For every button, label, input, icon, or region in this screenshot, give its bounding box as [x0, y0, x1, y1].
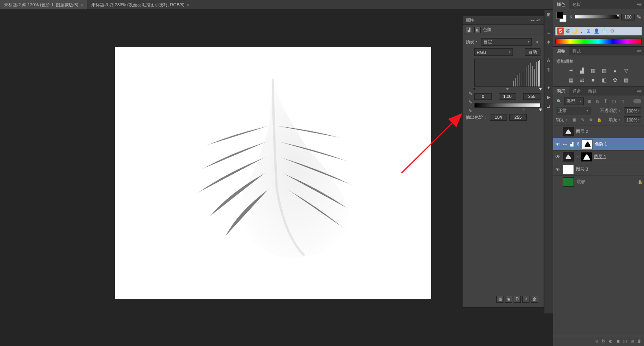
panel-menu-icon[interactable]: ▾≡	[536, 18, 540, 22]
output-gradient[interactable]	[474, 103, 540, 108]
output-high-field[interactable]: 255	[509, 114, 527, 121]
white-point-eyedropper-icon[interactable]: ✎	[468, 108, 475, 114]
new-adjustment-icon[interactable]: ◼	[615, 338, 621, 344]
clip-icon[interactable]: ▥	[496, 296, 503, 303]
mask-thumbnail[interactable]	[581, 152, 592, 162]
curves-icon[interactable]: ▨	[589, 67, 597, 74]
reset-icon[interactable]: Ð	[514, 296, 521, 303]
color-lookup-icon[interactable]: ✿	[611, 76, 619, 83]
k-value-field[interactable]: 100	[621, 14, 635, 20]
mask-thumbnail[interactable]	[582, 140, 593, 149]
keyboard-icon[interactable]: ⊞	[585, 28, 592, 34]
layer-row[interactable]: 背景 🔒	[553, 176, 644, 188]
black-slider[interactable]	[473, 88, 476, 90]
layer-thumbnail[interactable]	[563, 165, 574, 174]
channel-mixer-icon[interactable]: ◧	[600, 76, 608, 83]
mask-icon[interactable]: ◧	[474, 27, 481, 33]
user-icon[interactable]: 👤	[593, 28, 600, 34]
gray-point-eyedropper-icon[interactable]: ✎	[468, 99, 475, 106]
paragraph-panel-icon[interactable]: ¶	[546, 66, 552, 73]
lock-all-icon[interactable]: 🔒	[596, 117, 602, 123]
gear-icon[interactable]: ⚙	[609, 28, 615, 34]
smart-filter-icon[interactable]: ◫	[619, 98, 625, 104]
add-mask-icon[interactable]: ◐	[608, 338, 614, 344]
filter-kind-select[interactable]: 类型▾	[564, 98, 584, 105]
panel-icon[interactable]: ▶	[546, 94, 552, 100]
preset-select[interactable]: 自定 ▾	[481, 38, 532, 46]
visibility-toggle[interactable]	[555, 179, 561, 185]
k-slider[interactable]	[575, 15, 619, 19]
output-high-slider[interactable]	[539, 109, 542, 111]
ime-comma[interactable]: ，	[579, 28, 584, 34]
opacity-field[interactable]: 100%▾	[624, 107, 641, 114]
panel-icon[interactable]: ⇄	[546, 103, 552, 110]
auto-button[interactable]: 自动	[525, 48, 540, 56]
vibrance-icon[interactable]: ▲	[611, 67, 619, 74]
photo-filter-icon[interactable]: ■	[589, 76, 597, 83]
channel-select[interactable]: RGB ▾	[474, 48, 513, 56]
collapse-icon[interactable]: ▸▸	[531, 18, 535, 22]
layer-thumbnail[interactable]	[563, 177, 574, 187]
link-icon[interactable]: 8	[576, 154, 579, 160]
document-tab[interactable]: 未标题-2 @ 120% (色阶 1, 图层蒙版/8) ×	[0, 0, 87, 9]
input-sliders[interactable]	[474, 88, 540, 91]
white-slider[interactable]	[539, 88, 542, 90]
type-filter-icon[interactable]: T	[603, 98, 609, 104]
pixel-filter-icon[interactable]: ▦	[586, 98, 592, 104]
brightness-icon[interactable]: ☀	[567, 67, 575, 74]
tab-swatches[interactable]: 色板	[569, 0, 585, 9]
ime-lang[interactable]: 英	[566, 28, 570, 34]
lock-transparent-icon[interactable]: ▦	[571, 117, 577, 123]
panel-icon[interactable]: ≡	[546, 29, 552, 36]
color-swatches[interactable]	[556, 12, 566, 22]
visibility-toggle[interactable]	[555, 129, 561, 135]
layer-thumbnail[interactable]	[563, 152, 574, 162]
close-icon[interactable]: ×	[81, 3, 83, 7]
gray-slider[interactable]	[506, 88, 509, 90]
tab-styles[interactable]: 样式	[569, 47, 585, 55]
close-icon[interactable]: ×	[187, 3, 189, 7]
link-icon[interactable]: 8	[577, 141, 580, 147]
layer-row[interactable]: 👁 8 图层 1	[553, 151, 644, 163]
link-layers-icon[interactable]: ⊖	[594, 338, 600, 344]
filter-toggle[interactable]	[633, 99, 641, 103]
visibility-toggle[interactable]: 👁	[555, 141, 561, 147]
output-sliders[interactable]	[474, 109, 540, 112]
panel-icon[interactable]: ✦	[546, 85, 552, 91]
panel-icon[interactable]: ❖	[546, 39, 552, 45]
layer-name[interactable]: 背景	[576, 179, 636, 185]
panel-icon[interactable]: ⊞	[546, 11, 552, 18]
adjust-filter-icon[interactable]: ◍	[594, 98, 600, 104]
delete-layer-icon[interactable]: 🗑	[636, 338, 642, 344]
layer-name[interactable]: 色阶 1	[595, 141, 642, 147]
visibility-toggle[interactable]: 👁	[555, 166, 561, 173]
reset-default-icon[interactable]: ↺	[522, 296, 529, 303]
panel-menu-icon[interactable]: ▾≡	[635, 89, 644, 94]
shape-filter-icon[interactable]: ▢	[611, 98, 617, 104]
tab-channels[interactable]: 通道	[569, 87, 585, 96]
foreground-color-swatch[interactable]	[556, 12, 563, 19]
panel-menu-icon[interactable]: ▾≡	[635, 2, 644, 7]
ime-toolbar[interactable]: S 英 🌙 ， ⊞ 👤 👕 ⚙	[555, 27, 642, 35]
slider-thumb[interactable]	[616, 15, 620, 17]
layer-row[interactable]: 👁 ⊶ ▟ 8 色阶 1	[553, 138, 644, 151]
input-white-field[interactable]: 255	[523, 93, 540, 100]
filter-icon[interactable]: 🔍	[556, 98, 562, 104]
lock-pixels-icon[interactable]: ✎	[579, 117, 585, 123]
levels-icon[interactable]: ▟	[578, 67, 586, 74]
layer-row[interactable]: 👁 图层 3	[553, 163, 644, 176]
output-low-field[interactable]: 184	[490, 114, 507, 121]
layer-fx-icon[interactable]: fx	[601, 338, 607, 344]
tab-color[interactable]: 颜色	[553, 0, 569, 9]
preset-menu-icon[interactable]: ≡	[534, 39, 540, 45]
blend-mode-select[interactable]: 正常▾	[556, 107, 590, 114]
black-point-eyedropper-icon[interactable]: ✎	[468, 91, 475, 97]
layer-thumbnail[interactable]	[563, 127, 574, 136]
sogou-logo-icon[interactable]: S	[557, 28, 564, 35]
tab-paths[interactable]: 路径	[585, 87, 600, 96]
panel-menu-icon[interactable]: ▾≡	[635, 49, 644, 54]
document-canvas[interactable]	[115, 47, 431, 299]
skin-icon[interactable]: 👕	[601, 28, 607, 34]
document-tab[interactable]: 未标题-3 @ 283% (发丝羽毛抠图小技巧, RGB/8) ×	[87, 0, 194, 9]
new-group-icon[interactable]: ▢	[622, 338, 628, 344]
